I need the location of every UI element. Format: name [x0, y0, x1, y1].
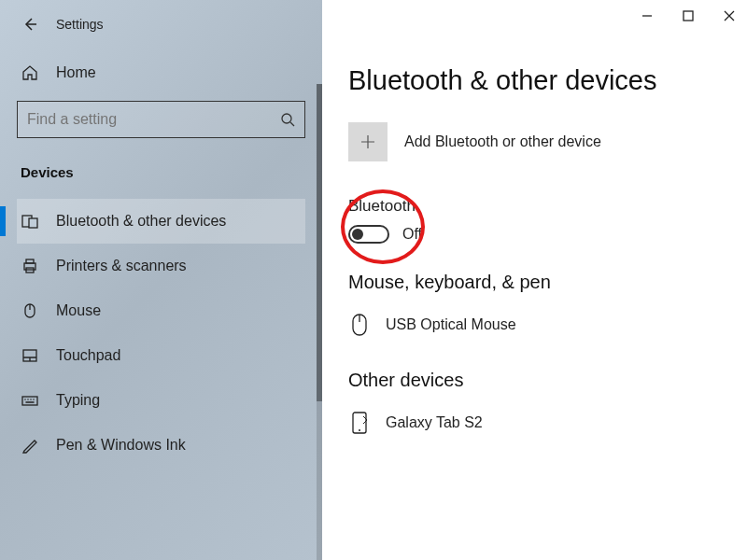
section-mouse-keyboard-title: Mouse, keyboard, & pen	[348, 272, 721, 293]
window-controls	[641, 9, 736, 22]
device-name: USB Optical Mouse	[386, 316, 516, 333]
printer-icon	[21, 257, 39, 275]
sidebar-item-label: Pen & Windows Ink	[56, 437, 186, 454]
search-input[interactable]	[27, 111, 280, 128]
bluetooth-state-label: Off	[402, 226, 422, 243]
add-device-label: Add Bluetooth or other device	[404, 133, 601, 150]
close-button[interactable]	[723, 9, 736, 22]
plus-icon	[348, 122, 388, 161]
maximize-button[interactable]	[682, 9, 695, 22]
sidebar-item-mouse[interactable]: Mouse	[17, 288, 305, 333]
main-panel: Bluetooth & other devices Add Bluetooth …	[322, 0, 747, 560]
svg-rect-2	[29, 218, 37, 228]
bluetooth-title: Bluetooth	[348, 197, 721, 216]
svg-rect-9	[684, 11, 693, 21]
mouse-icon	[21, 301, 39, 320]
pen-icon	[21, 436, 39, 455]
sidebar-item-label: Touchpad	[56, 347, 120, 364]
window-title: Settings	[56, 17, 104, 32]
device-row[interactable]: Galaxy Tab S2	[348, 406, 721, 440]
section-other-devices-title: Other devices	[348, 370, 721, 391]
search-icon	[280, 112, 295, 127]
home-icon	[21, 63, 39, 82]
back-button[interactable]	[21, 15, 39, 34]
page-title: Bluetooth & other devices	[348, 65, 721, 96]
sidebar-item-label: Mouse	[56, 302, 101, 319]
home-label: Home	[56, 64, 96, 81]
header-row: Settings	[17, 0, 305, 52]
svg-rect-8	[22, 397, 37, 405]
sidebar-item-label: Typing	[56, 392, 100, 409]
sidebar-item-label: Printers & scanners	[56, 258, 187, 274]
device-row[interactable]: USB Optical Mouse	[348, 308, 721, 342]
devices-icon	[21, 212, 39, 231]
svg-point-0	[282, 114, 291, 123]
bluetooth-toggle-row: Off	[348, 225, 721, 244]
bluetooth-toggle[interactable]	[348, 225, 389, 244]
tablet-device-icon	[348, 410, 371, 436]
search-box[interactable]	[17, 101, 305, 138]
svg-point-12	[359, 429, 360, 431]
settings-window: Settings Home Devices Bluetooth & ot	[0, 0, 747, 560]
bluetooth-section: Bluetooth Off	[348, 197, 721, 244]
touchpad-icon	[21, 346, 39, 365]
add-device-button[interactable]: Add Bluetooth or other device	[348, 122, 721, 161]
minimize-button[interactable]	[641, 9, 654, 22]
sidebar-home[interactable]: Home	[17, 52, 305, 101]
sidebar-item-label: Bluetooth & other devices	[56, 213, 226, 230]
sidebar-item-touchpad[interactable]: Touchpad	[17, 333, 305, 378]
sidebar-item-typing[interactable]: Typing	[17, 378, 305, 423]
keyboard-icon	[21, 391, 39, 410]
sidebar: Settings Home Devices Bluetooth & ot	[0, 0, 322, 560]
section-label-devices: Devices	[17, 164, 305, 180]
svg-rect-4	[26, 259, 34, 263]
device-name: Galaxy Tab S2	[386, 414, 483, 431]
sidebar-item-printers[interactable]: Printers & scanners	[17, 244, 305, 288]
sidebar-item-pen[interactable]: Pen & Windows Ink	[17, 423, 305, 468]
sidebar-item-bluetooth[interactable]: Bluetooth & other devices	[17, 199, 305, 244]
mouse-device-icon	[348, 312, 371, 338]
